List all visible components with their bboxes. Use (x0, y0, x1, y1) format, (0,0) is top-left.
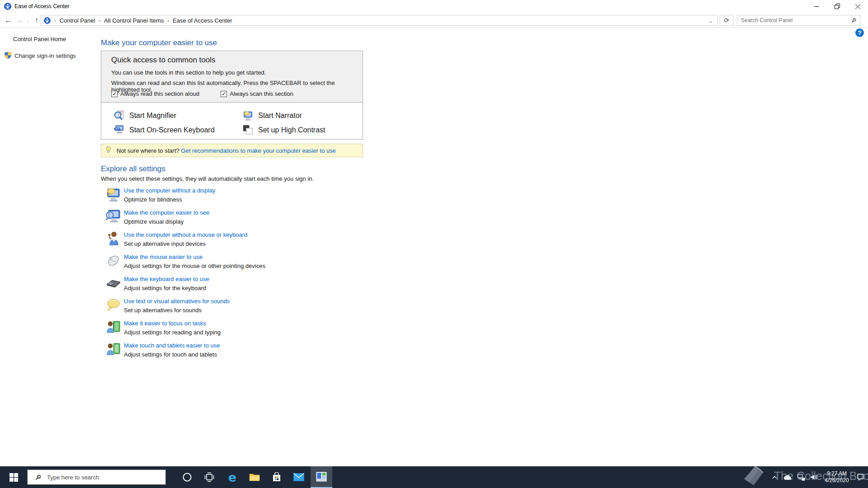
quick-access-heading: Quick access to common tools (111, 56, 216, 65)
start-onscreen-keyboard-link[interactable]: Start On-Screen Keyboard (113, 124, 215, 136)
checkbox-always-scan[interactable]: Always scan this section (221, 90, 293, 97)
setting-link[interactable]: Make the mouse easier to use (124, 253, 203, 260)
speech-bubble-icon (105, 297, 122, 313)
setting-item-focus-tasks: Make it easier to focus on tasks Adjust … (105, 319, 395, 340)
setup-high-contrast-link[interactable]: Set up High Contrast (242, 124, 326, 136)
address-bar-band: ← → ⌄ ↑ › Control Panel › All Control Pa… (0, 13, 868, 28)
narrator-icon (242, 110, 254, 121)
setting-link[interactable]: Use the computer without a display (124, 187, 215, 194)
checkbox-checked-icon[interactable] (221, 91, 227, 97)
task-view-button[interactable] (198, 466, 220, 488)
taskbar-clock[interactable]: 9:27 AM 4/26/2020 (821, 466, 853, 488)
edge-button[interactable]: e (222, 466, 243, 488)
high-contrast-icon (242, 124, 254, 136)
setting-description: Adjust settings for the keyboard (124, 285, 206, 291)
setting-description: Optimize for blindness (124, 196, 182, 203)
file-explorer-button[interactable] (244, 466, 265, 488)
clock-date: 4/26/2020 (821, 477, 853, 484)
recommendations-tip-bar: Not sure where to start? Get recommendat… (101, 144, 363, 157)
breadcrumb-separator-icon: › (51, 18, 60, 23)
setting-description: Adjust settings for touch and tablets (124, 351, 217, 358)
clock-time: 9:27 AM (821, 470, 853, 477)
breadcrumb-item-ease-of-access[interactable]: Ease of Access Center (173, 17, 232, 24)
cortana-button[interactable] (176, 466, 198, 488)
setting-link[interactable]: Make the keyboard easier to use (124, 276, 209, 282)
person-icon (105, 230, 122, 247)
setting-item-no-mouse-keyboard: Use the computer without a mouse or keyb… (105, 230, 395, 251)
tool-label: Start Magnifier (129, 112, 176, 120)
magnifier-icon (113, 110, 125, 121)
checkbox-checked-icon[interactable] (111, 91, 118, 97)
recent-pages-chevron-icon[interactable]: ⌄ (24, 14, 32, 27)
breadcrumb-item-all-items[interactable]: All Control Panel Items (104, 17, 164, 24)
tray-show-hidden-icons-chevron-icon[interactable] (769, 466, 780, 488)
start-narrator-link[interactable]: Start Narrator (242, 110, 302, 121)
control-panel-search-input[interactable]: Search Control Panel 🔍︎ (737, 15, 860, 26)
forward-button[interactable]: → (14, 14, 25, 27)
tool-label: Start Narrator (258, 112, 302, 120)
close-button[interactable] (847, 0, 868, 13)
person-book-icon (105, 319, 122, 335)
setting-link[interactable]: Make it easier to focus on tasks (124, 320, 206, 327)
setting-link[interactable]: Use text or visual alternatives for soun… (124, 298, 230, 305)
setting-description: Adjust settings for reading and typing (124, 329, 221, 336)
setting-item-no-display: Use the computer without a display Optim… (105, 186, 395, 207)
up-button[interactable]: ↑ (32, 14, 42, 27)
breadcrumb[interactable]: › Control Panel › All Control Panel Item… (41, 15, 718, 26)
mail-button[interactable] (288, 466, 310, 488)
taskbar-search-placeholder: Type here to search (47, 474, 99, 481)
onedrive-cloud-icon[interactable] (781, 466, 794, 488)
network-icon[interactable] (795, 466, 807, 488)
get-recommendations-link[interactable]: Get recommendations to make your compute… (181, 147, 336, 154)
start-button[interactable] (0, 466, 27, 488)
edge-icon: e (228, 470, 236, 484)
checkbox-label: Always scan this section (230, 90, 293, 97)
tool-label: Start On-Screen Keyboard (129, 126, 215, 134)
ease-of-access-icon (4, 3, 11, 10)
quick-access-panel: Quick access to common tools You can use… (101, 51, 363, 140)
breadcrumb-item-control-panel[interactable]: Control Panel (60, 17, 95, 24)
checkbox-always-read-aloud[interactable]: Always read this section aloud (111, 90, 199, 97)
breadcrumb-separator-icon: › (95, 18, 104, 23)
sidebar-item-change-signin-settings[interactable]: Change sign-in settings (5, 52, 76, 60)
minimize-button[interactable] (807, 0, 827, 13)
quick-access-header-area: Quick access to common tools You can use… (101, 51, 363, 103)
tool-label: Set up High Contrast (258, 126, 326, 134)
sidebar-item-control-panel-home[interactable]: Control Panel Home (13, 36, 66, 42)
action-center-icon[interactable] (854, 466, 867, 488)
address-dropdown-chevron-icon[interactable]: ⌄ (706, 17, 716, 24)
person-tablet-icon (105, 341, 122, 357)
setting-item-mouse: Make the mouse easier to use Adjust sett… (105, 253, 395, 273)
back-button[interactable]: ← (3, 14, 14, 27)
start-magnifier-link[interactable]: Start Magnifier (113, 110, 176, 121)
taskbar-search-input[interactable]: 🔍︎ Type here to search (27, 469, 166, 485)
quick-access-description-1: You can use the tools in this section to… (111, 69, 266, 76)
breadcrumb-separator-icon: › (164, 18, 173, 23)
mouse-icon (105, 253, 122, 269)
setting-link[interactable]: Make touch and tablets easier to use (124, 342, 220, 349)
setting-link[interactable]: Make the computer easier to see (124, 209, 209, 216)
setting-description: Set up alternatives for sounds (124, 307, 202, 314)
uac-shield-icon (5, 52, 11, 60)
restore-button[interactable] (827, 0, 847, 13)
setting-item-keyboard: Make the keyboard easier to use Adjust s… (105, 275, 395, 296)
search-icon: 🔍︎ (851, 17, 857, 24)
control-panel-app-button[interactable] (311, 466, 332, 488)
explore-settings-heading: Explore all settings (101, 164, 165, 174)
setting-item-touch-tablets: Make touch and tablets easier to use Adj… (105, 341, 395, 362)
monitor-magnifier-icon (105, 208, 122, 225)
refresh-button[interactable]: ⟳ (720, 15, 733, 26)
sidebar-item-label: Change sign-in settings (14, 52, 76, 59)
setting-link[interactable]: Use the computer without a mouse or keyb… (124, 231, 247, 238)
help-button[interactable]: ? (855, 28, 864, 37)
setting-description: Adjust settings for the mouse or other p… (124, 263, 265, 269)
lightbulb-icon (105, 146, 111, 155)
explore-settings-subtitle: When you select these settings, they wil… (101, 175, 314, 182)
tip-text: Not sure where to start? Get recommendat… (117, 147, 336, 154)
setting-item-sound-alternatives: Use text or visual alternatives for soun… (105, 297, 395, 318)
volume-icon[interactable] (808, 466, 820, 488)
onscreen-keyboard-icon (113, 124, 125, 136)
taskbar: 🔍︎ Type here to search e 9:27 AM 4/26/20… (0, 466, 868, 488)
monitor-speech-icon (105, 186, 122, 202)
microsoft-store-button[interactable] (266, 466, 288, 488)
